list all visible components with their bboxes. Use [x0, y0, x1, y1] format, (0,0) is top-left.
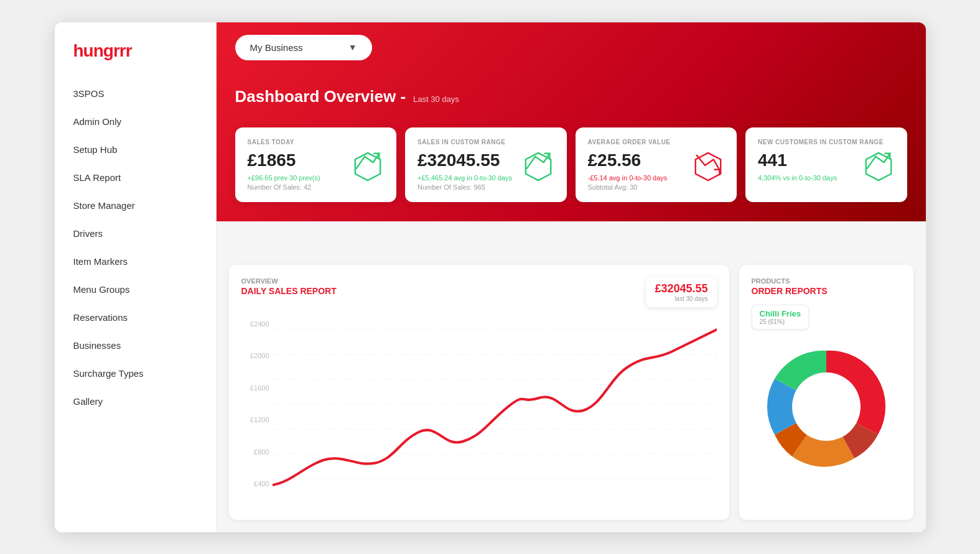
- stat-sales: Subtotal Avg: 30: [588, 183, 668, 191]
- y-axis-label: £1600: [241, 384, 269, 392]
- y-axis-label: £400: [241, 480, 269, 487]
- dashboard-title: Dashboard Overview -: [235, 87, 406, 106]
- logo: hungrrr: [55, 35, 216, 80]
- y-axis-labels: £2400£2000£1600£1200£800£400: [241, 317, 269, 491]
- business-selector[interactable]: My Business ▼: [235, 35, 372, 60]
- donut-top-item-pct: 25 (61%): [760, 318, 801, 325]
- top-bar: My Business ▼ Dashboard Overview - Last …: [217, 22, 926, 221]
- sidebar-item-gallery[interactable]: Gallery: [55, 387, 216, 415]
- line-chart-svg: [273, 317, 717, 491]
- stat-value: £1865: [248, 150, 320, 170]
- y-axis-label: £1200: [241, 416, 269, 423]
- stat-card-sales-custom: SALES IN CUSTOM RANGE £32045.55 +£5,465.…: [405, 127, 567, 202]
- sidebar-item-drivers[interactable]: Drivers: [55, 219, 216, 247]
- y-axis-label: £2400: [241, 320, 269, 328]
- lower-section: Overview DAILY SALES REPORT £32045.55 la…: [217, 221, 926, 532]
- stat-body: 441 4,304% vs in 0-to-30 days: [758, 150, 895, 183]
- y-axis-label: £2000: [241, 352, 269, 359]
- business-selector-label: My Business: [250, 42, 303, 53]
- stat-sales: Number Of Sales: 965: [418, 183, 512, 191]
- donut-chart-wrap: [752, 338, 901, 475]
- sidebar: hungrrr 3SPOSAdmin OnlySetup HubSLA Repo…: [55, 22, 217, 532]
- sidebar-item-reservations[interactable]: Reservations: [55, 303, 216, 331]
- sidebar-item-surcharge-types[interactable]: Surcharge Types: [55, 359, 216, 387]
- stat-value: £25.56: [588, 150, 668, 170]
- sidebar-item-sla-report[interactable]: SLA Report: [55, 164, 216, 192]
- stat-icon: [692, 150, 724, 183]
- chart-header: Overview DAILY SALES REPORT £32045.55 la…: [241, 277, 717, 307]
- stat-label: SALES TODAY: [248, 139, 385, 145]
- chart-section-label: Overview: [241, 277, 337, 285]
- stat-change: +£5,465.24 avg in 0-to-30 days: [418, 174, 512, 182]
- stat-label: NEW CUSTOMERS IN CUSTOM RANGE: [758, 139, 895, 145]
- sidebar-nav: 3SPOSAdmin OnlySetup HubSLA ReportStore …: [55, 80, 216, 415]
- order-reports-card: Products ORDER REPORTS Chilli Fries 25 (…: [739, 265, 913, 520]
- stat-icon: [352, 150, 384, 183]
- stat-sales: Number Of Sales: 42: [248, 183, 320, 191]
- stat-label: AVERAGE ORDER VALUE: [588, 139, 725, 145]
- sidebar-item-store-manager[interactable]: Store Manager: [55, 192, 216, 219]
- donut-top-item-name: Chilli Fries: [760, 309, 801, 318]
- dashboard-subtitle: Last 30 days: [413, 95, 459, 104]
- sidebar-item-admin-only[interactable]: Admin Only: [55, 108, 216, 136]
- chart-value-big: £32045.55: [655, 282, 707, 295]
- donut-center-hole: [792, 372, 861, 441]
- line-chart-area: £2400£2000£1600£1200£800£400: [241, 317, 717, 491]
- stat-icon: [522, 150, 554, 183]
- sidebar-item-businesses[interactable]: Businesses: [55, 331, 216, 359]
- sidebar-item-item-markers[interactable]: Item Markers: [55, 247, 216, 275]
- donut-section-label: Products: [752, 277, 901, 285]
- sidebar-item-3spos[interactable]: 3SPOS: [55, 80, 216, 108]
- stat-card-sales-today: SALES TODAY £1865 +£96.65 prev 30 prev(s…: [235, 127, 397, 202]
- stat-body: £25.56 -£5.14 avg in 0-to-30 days Subtot…: [588, 150, 725, 191]
- stat-change: +£96.65 prev 30 prev(s): [248, 174, 320, 182]
- daily-sales-card: Overview DAILY SALES REPORT £32045.55 la…: [229, 265, 729, 520]
- donut-chart-svg: [758, 338, 895, 475]
- donut-top-item-badge: Chilli Fries 25 (61%): [752, 305, 809, 330]
- donut-title: ORDER REPORTS: [752, 286, 901, 296]
- stat-card-avg-order: AVERAGE ORDER VALUE £25.56 -£5.14 avg in…: [576, 127, 737, 202]
- main-content: My Business ▼ Dashboard Overview - Last …: [217, 22, 926, 532]
- stat-cards: SALES TODAY £1865 +£96.65 prev 30 prev(s…: [235, 127, 907, 202]
- sidebar-item-setup-hub[interactable]: Setup Hub: [55, 136, 216, 164]
- chart-value-sub: last 30 days: [655, 295, 707, 302]
- stat-card-new-customers: NEW CUSTOMERS IN CUSTOM RANGE 441 4,304%…: [745, 127, 907, 202]
- stat-icon: [862, 150, 895, 183]
- stat-value: 441: [758, 150, 837, 170]
- stat-body: £32045.55 +£5,465.24 avg in 0-to-30 days…: [418, 150, 554, 191]
- chart-value-badge: £32045.55 last 30 days: [646, 277, 716, 307]
- chart-title: DAILY SALES REPORT: [241, 286, 337, 296]
- stat-change: -£5.14 avg in 0-to-30 days: [588, 174, 668, 182]
- chart-svg-wrap: [273, 317, 717, 491]
- chevron-down-icon: ▼: [348, 42, 357, 52]
- y-axis-label: £800: [241, 448, 269, 456]
- stat-change: 4,304% vs in 0-to-30 days: [758, 174, 837, 182]
- stat-body: £1865 +£96.65 prev 30 prev(s) Number Of …: [248, 150, 385, 191]
- stat-label: SALES IN CUSTOM RANGE: [418, 139, 554, 145]
- logo-text: hungrrr: [73, 41, 132, 60]
- stat-value: £32045.55: [418, 150, 512, 170]
- sidebar-item-menu-groups[interactable]: Menu Groups: [55, 275, 216, 303]
